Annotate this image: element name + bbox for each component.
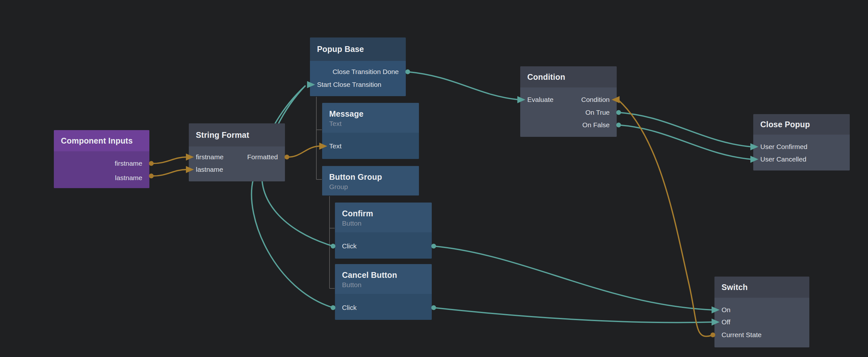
wire-formatted-to-message-text[interactable] bbox=[287, 146, 320, 157]
port-label-click: Click bbox=[342, 304, 357, 312]
node-close-popup[interactable]: Close Popup User Confirmed User Cancelle… bbox=[753, 114, 850, 170]
node-graph-canvas[interactable]: Component Inputs firstname lastname Stri… bbox=[0, 0, 868, 357]
node-component-inputs[interactable]: Component Inputs firstname lastname bbox=[54, 130, 149, 188]
node-title: Component Inputs bbox=[54, 130, 149, 151]
node-confirm[interactable]: Confirm Button Click bbox=[335, 202, 432, 259]
port-label-firstname: firstname bbox=[115, 160, 142, 167]
node-subtitle: Group bbox=[329, 183, 412, 191]
port-label-off: Off bbox=[721, 318, 731, 326]
port-label-on-false: On False bbox=[582, 121, 610, 129]
node-popup-base[interactable]: Popup Base Close Transition Done Start C… bbox=[310, 37, 406, 96]
node-title: Cancel Button bbox=[342, 270, 425, 280]
node-button-group[interactable]: Button Group Group bbox=[322, 166, 419, 195]
node-title: Condition bbox=[520, 66, 617, 88]
node-subtitle: Button bbox=[342, 220, 425, 227]
node-title: Popup Base bbox=[310, 37, 406, 61]
port-label-text: Text bbox=[329, 142, 342, 150]
node-title: Button Group bbox=[329, 172, 412, 182]
wire-confirm-click-to-switch-on[interactable] bbox=[434, 246, 713, 310]
port-label-user-cancelled: User Cancelled bbox=[760, 155, 806, 163]
port-label-lastname: lastname bbox=[196, 166, 223, 173]
wire-lastname-to-string-format[interactable] bbox=[151, 169, 187, 176]
node-subtitle: Button bbox=[342, 281, 425, 289]
node-title: Switch bbox=[714, 277, 809, 298]
port-label-user-confirmed: User Confirmed bbox=[760, 143, 807, 151]
port-label-current-state: Current State bbox=[721, 331, 762, 339]
wire-cancel-click-to-switch-off[interactable] bbox=[434, 307, 713, 322]
node-string-format[interactable]: String Format firstname Formatted lastna… bbox=[189, 123, 285, 182]
node-switch[interactable]: Switch On Off Current State bbox=[714, 277, 809, 347]
node-condition[interactable]: Condition Evaluate Condition On True On … bbox=[520, 66, 617, 137]
node-title: Message bbox=[329, 109, 412, 119]
node-message[interactable]: Message Text Text bbox=[322, 103, 419, 159]
port-label-condition: Condition bbox=[581, 96, 610, 103]
node-title: Close Popup bbox=[753, 114, 850, 135]
port-label-close-transition-done: Close Transition Done bbox=[332, 68, 399, 76]
port-label-formatted: Formatted bbox=[247, 153, 278, 161]
node-cancel-button[interactable]: Cancel Button Button Click bbox=[335, 264, 432, 320]
port-label-on: On bbox=[721, 306, 731, 314]
node-title: Confirm bbox=[342, 209, 425, 218]
port-label-click: Click bbox=[342, 242, 357, 250]
port-label-on-true: On True bbox=[585, 109, 610, 116]
port-label-firstname: firstname bbox=[196, 153, 223, 161]
port-label-evaluate: Evaluate bbox=[527, 96, 554, 103]
node-subtitle: Text bbox=[329, 120, 412, 128]
node-title: String Format bbox=[189, 123, 285, 147]
port-label-start-close-transition: Start Close Transition bbox=[317, 81, 381, 89]
port-label-lastname: lastname bbox=[115, 174, 142, 182]
wire-cancel-click-to-start-close-transition[interactable] bbox=[252, 87, 333, 307]
wire-firstname-to-string-format[interactable] bbox=[151, 157, 187, 163]
wire-close-transition-done-to-evaluate[interactable] bbox=[408, 72, 518, 100]
wire-on-false-to-user-cancelled[interactable] bbox=[619, 125, 751, 159]
